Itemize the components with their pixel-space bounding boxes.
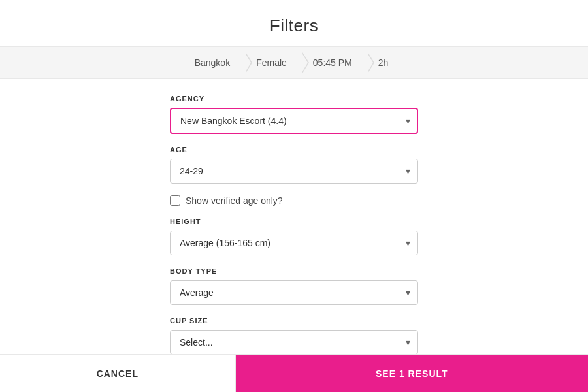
agency-label: AGENCY [170, 95, 418, 103]
cup-size-select[interactable]: Select... A B C D DD+ [170, 330, 418, 355]
breadcrumb-gender: Female [246, 54, 302, 72]
page-title: Filters [0, 0, 588, 46]
age-select[interactable]: 18-23 24-29 30-35 36+ [170, 159, 418, 184]
agency-filter: AGENCY New Bangkok Escort (4.4) Bangkok … [170, 95, 418, 134]
body-type-select[interactable]: Slim Average Athletic Curvy [170, 280, 418, 305]
cup-size-filter: CUP SIZE Select... A B C D DD+ [170, 317, 418, 355]
age-select-wrapper: 18-23 24-29 30-35 36+ [170, 159, 418, 184]
height-select[interactable]: Short (< 156 cm) Average (156-165 cm) Ta… [170, 231, 418, 255]
breadcrumb-time: 05:45 PM [302, 54, 368, 72]
age-label: AGE [170, 146, 418, 154]
verified-age-row: Show verified age only? [170, 195, 418, 206]
breadcrumb-bar: Bangkok Female 05:45 PM 2h [0, 46, 588, 79]
age-filter: AGE 18-23 24-29 30-35 36+ [170, 146, 418, 184]
body-type-label: BODY TYPE [170, 267, 418, 275]
height-label: HEIGHT [170, 218, 418, 225]
agency-select-wrapper: New Bangkok Escort (4.4) Bangkok Elite (… [170, 108, 418, 134]
cup-size-select-wrapper: Select... A B C D DD+ [170, 330, 418, 355]
filters-content: AGENCY New Bangkok Escort (4.4) Bangkok … [0, 79, 588, 392]
body-type-select-wrapper: Slim Average Athletic Curvy [170, 280, 418, 305]
cup-size-label: CUP SIZE [170, 317, 418, 325]
height-filter: HEIGHT Short (< 156 cm) Average (156-165… [170, 218, 418, 255]
verified-age-checkbox[interactable] [170, 195, 180, 206]
breadcrumb-location: Bangkok [184, 54, 246, 72]
cancel-button[interactable]: CANCEL [0, 355, 236, 392]
verified-age-label[interactable]: Show verified age only? [186, 195, 283, 206]
height-select-wrapper: Short (< 156 cm) Average (156-165 cm) Ta… [170, 231, 418, 255]
body-type-filter: BODY TYPE Slim Average Athletic Curvy [170, 267, 418, 305]
see-result-button[interactable]: SEE 1 RESULT [236, 355, 588, 392]
agency-select[interactable]: New Bangkok Escort (4.4) Bangkok Elite (… [170, 108, 418, 134]
bottom-bar: CANCEL SEE 1 RESULT [0, 354, 588, 392]
page-container: Filters Bangkok Female 05:45 PM 2h AGENC… [0, 0, 588, 392]
